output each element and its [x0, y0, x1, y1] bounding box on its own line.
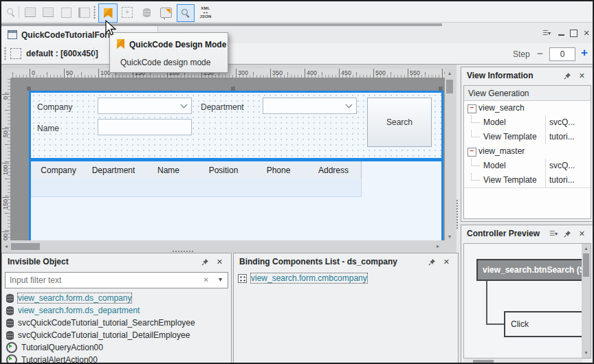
filter-dropdown-icon[interactable]: ▾: [219, 275, 222, 283]
tree-item-value[interactable]: tutori...: [545, 130, 591, 144]
cp-vscrollbar[interactable]: ▴ ▾: [582, 244, 591, 358]
pin-button[interactable]: [564, 230, 571, 240]
chevron-down-icon: [181, 102, 188, 109]
close-panel-button[interactable]: ✕: [579, 230, 585, 238]
action-icon: [6, 342, 17, 353]
list-item-label: view_search.form.ds_company: [18, 293, 131, 303]
tree-item-model[interactable]: Model svcQ...: [464, 159, 591, 174]
grid-data-cell[interactable]: [31, 179, 87, 197]
scroll-thumb[interactable]: [11, 243, 40, 250]
list-item-ds-company[interactable]: view_search.form.ds_company: [5, 292, 228, 304]
scroll-up-button[interactable]: ▴: [582, 246, 591, 251]
tree-item-value[interactable]: svcQ...: [545, 159, 591, 173]
close-panel-button[interactable]: ✕: [217, 258, 223, 266]
grid-header-cell[interactable]: Address: [306, 161, 362, 179]
cp-hscrollbar[interactable]: [463, 359, 582, 363]
close-window-button[interactable]: ✕: [581, 28, 592, 38]
form-page-alt-icon[interactable]: [76, 5, 91, 20]
find-form-icon[interactable]: [3, 5, 19, 20]
list-arrow-icon[interactable]: [23, 5, 38, 20]
grid-header-cell[interactable]: Position: [196, 161, 252, 179]
scroll-down-button[interactable]: ▾: [445, 234, 454, 240]
list-item-alert-action[interactable]: TutorialAlertAction00: [5, 354, 228, 364]
list-item-detail-employee[interactable]: svcQuickCodeTutorial_tutorial_DetailEmpl…: [5, 329, 228, 341]
scroll-down-button[interactable]: ▾: [582, 350, 591, 356]
tree-item-model[interactable]: Model svcQ...: [464, 115, 591, 130]
form-design-surface[interactable]: Company Department Name Search Company D…: [29, 91, 443, 240]
filter-input[interactable]: [5, 272, 228, 288]
grid-data-cell[interactable]: [196, 179, 252, 197]
binding-item-cmbcompany[interactable]: view_search.form.cmbcompany: [236, 272, 455, 284]
ruler-label: 50: [2, 128, 9, 137]
department-label[interactable]: Department: [201, 102, 244, 112]
tree-item-value[interactable]: tutori...: [545, 173, 591, 187]
list-item-query-action[interactable]: TutorialQueryAction00: [5, 341, 228, 354]
pin-button[interactable]: [201, 258, 209, 268]
scroll-thumb[interactable]: [473, 360, 494, 363]
selection-mode-icon[interactable]: [10, 48, 21, 59]
pin-button[interactable]: [564, 72, 571, 82]
tree-item-value[interactable]: svcQ...: [545, 115, 591, 130]
scroll-up-button[interactable]: ▴: [445, 71, 454, 76]
designer-hscrollbar[interactable]: ◂ ▸: [1, 242, 443, 251]
pin-icon: [428, 258, 436, 266]
close-panel-button[interactable]: ✕: [579, 72, 585, 80]
company-combobox[interactable]: [98, 98, 192, 114]
scroll-left-button[interactable]: ◂: [3, 244, 10, 249]
list-edit-icon[interactable]: [41, 5, 56, 20]
list-item-label: TutorialQueryAction00: [21, 343, 103, 352]
tree-group-view-search[interactable]: − view_search: [464, 101, 591, 116]
search-button[interactable]: Search: [367, 98, 432, 147]
view-search-section[interactable]: Company Department Name Search: [31, 93, 441, 158]
pin-button[interactable]: [428, 258, 436, 268]
step-increase-button[interactable]: +: [581, 46, 592, 60]
grid-data-cell[interactable]: [141, 179, 197, 197]
vertical-splitter-handle[interactable]: [456, 199, 459, 229]
preview-button[interactable]: [177, 4, 195, 22]
scroll-thumb[interactable]: [446, 80, 453, 93]
panel-title: View Information: [467, 71, 533, 80]
grid-header-cell[interactable]: Department: [86, 161, 142, 179]
grip-dots: [4, 47, 6, 60]
script-flag-icon[interactable]: [158, 5, 173, 20]
department-combobox[interactable]: [263, 98, 357, 114]
close-panel-button[interactable]: ✕: [443, 258, 450, 266]
tab-list-menu-button[interactable]: ☰▾: [540, 28, 553, 38]
scroll-right-button[interactable]: ▸: [434, 244, 441, 249]
controller-node-box[interactable]: view_search.btnSearch (Se: [476, 259, 584, 281]
step-input[interactable]: [549, 47, 575, 61]
collapse-icon[interactable]: −: [468, 148, 476, 157]
form-page-icon[interactable]: [58, 5, 74, 20]
clear-filter-icon[interactable]: ✕: [204, 276, 209, 284]
grid-header-cell[interactable]: Phone: [251, 161, 307, 179]
designer-vscrollbar[interactable]: ▴ ▾: [445, 69, 454, 242]
list-item-ds-department[interactable]: view_search.form.ds_department: [5, 304, 228, 317]
xml-json-button[interactable]: XML++JSON: [197, 5, 214, 20]
grid-data-cell[interactable]: [251, 179, 307, 197]
grid-header-cell[interactable]: Name: [141, 161, 197, 179]
scroll-thumb[interactable]: [583, 253, 589, 277]
name-input[interactable]: [98, 119, 192, 135]
panel-menu-button[interactable]: ☰▾: [549, 230, 558, 237]
database-tool-icon[interactable]: [139, 5, 154, 20]
collapse-icon[interactable]: −: [468, 104, 476, 113]
minimize-button[interactable]: [556, 28, 566, 38]
tree-item-view-template[interactable]: View Template tutori...: [464, 130, 591, 145]
add-container-icon[interactable]: +: [120, 5, 135, 20]
dataset-icon: [6, 306, 14, 315]
tree-item-label: View Template: [483, 175, 537, 185]
company-label[interactable]: Company: [37, 102, 72, 112]
name-label[interactable]: Name: [37, 124, 59, 133]
grid-data-cell[interactable]: [86, 179, 142, 197]
grid-data-cell[interactable]: [306, 179, 362, 197]
restore-button[interactable]: [568, 28, 579, 38]
tree-item-view-template[interactable]: View Template tutori...: [464, 173, 591, 188]
grid-header-cell[interactable]: Company: [31, 161, 87, 179]
grid-component[interactable]: Company Department Name Position Phone A…: [31, 158, 441, 240]
list-item-search-employee[interactable]: svcQuickCodeTutorial_tutorial_SearchEmpl…: [5, 317, 228, 329]
tree-group-view-master[interactable]: − view_master: [464, 144, 591, 159]
design-canvas[interactable]: Company Department Name Search Company D…: [11, 78, 445, 240]
menu-lines-icon: ☰: [549, 230, 555, 237]
step-decrease-button[interactable]: −: [537, 47, 547, 60]
event-box[interactable]: Click: [504, 311, 591, 337]
